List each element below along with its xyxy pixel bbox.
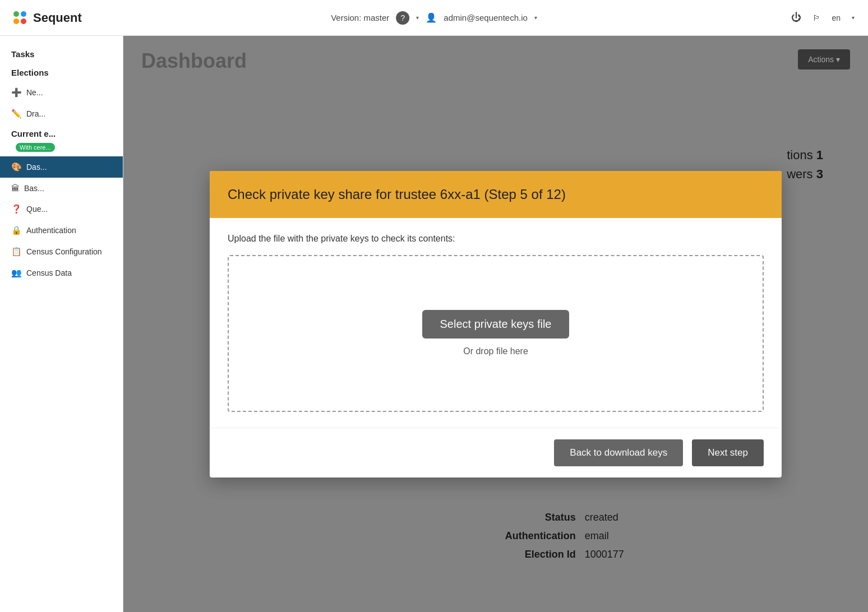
sidebar-item-drafts[interactable]: ✏️ Dra... bbox=[0, 103, 123, 124]
power-icon[interactable]: ⏻ bbox=[791, 12, 801, 24]
modal-footer: Back to download keys Next step bbox=[210, 428, 782, 477]
questions-icon: ❓ bbox=[11, 204, 22, 214]
dashboard-icon: 🎨 bbox=[11, 162, 22, 172]
lock-icon: 🔒 bbox=[11, 225, 22, 235]
census-config-icon: 📋 bbox=[11, 247, 22, 257]
select-file-button[interactable]: Select private keys file bbox=[422, 310, 570, 339]
census-data-icon: 👥 bbox=[11, 268, 22, 278]
sidebar-current-section: Current e... With cere... bbox=[0, 124, 123, 156]
modal-title: Check private key share for trustee 6xx-… bbox=[228, 187, 764, 202]
sidebar-item-census-data[interactable]: 👥 Census Data bbox=[0, 262, 123, 284]
modal-overlay: Check private key share for trustee 6xx-… bbox=[123, 36, 868, 612]
sidebar-item-questions[interactable]: ❓ Que... bbox=[0, 198, 123, 220]
sidebar-item-dashboard[interactable]: 🎨 Das... bbox=[0, 156, 123, 178]
brand-name: Sequent bbox=[33, 11, 82, 25]
drop-text: Or drop file here bbox=[463, 346, 528, 356]
user-dropdown-arrow: ▾ bbox=[534, 15, 537, 21]
upload-description: Upload the file with the private keys to… bbox=[228, 234, 764, 244]
modal: Check private key share for trustee 6xx-… bbox=[210, 171, 782, 477]
sidebar-elections-title: Elections bbox=[0, 63, 123, 82]
file-drop-zone[interactable]: Select private keys file Or drop file he… bbox=[228, 255, 764, 412]
sidebar-census-config-label: Census Configuration bbox=[26, 247, 102, 256]
flag-icon: 🏳 bbox=[812, 13, 820, 22]
user-email[interactable]: admin@sequentech.io bbox=[444, 13, 528, 22]
sidebar-item-authentication[interactable]: 🔒 Authentication bbox=[0, 220, 123, 241]
navbar: Sequent Version: master ? ▾ 👤 admin@sequ… bbox=[0, 0, 868, 36]
navbar-right: ⏻ 🏳 en ▾ bbox=[791, 12, 855, 24]
navbar-center: Version: master ? ▾ 👤 admin@sequentech.i… bbox=[331, 11, 537, 25]
help-icon[interactable]: ? bbox=[396, 11, 409, 25]
sidebar-ceremony-badge: With cere... bbox=[13, 142, 112, 152]
dot-green bbox=[13, 11, 19, 17]
sidebar-item-census-config[interactable]: 📋 Census Configuration bbox=[0, 241, 123, 262]
dot-orange bbox=[13, 18, 19, 24]
sidebar-dashboard-label: Das... bbox=[26, 163, 47, 171]
next-step-button[interactable]: Next step bbox=[692, 439, 764, 466]
dot-blue bbox=[21, 11, 26, 17]
sidebar-census-data-label: Census Data bbox=[26, 268, 72, 277]
sidebar-item-basic[interactable]: 🏛 Bas... bbox=[0, 178, 123, 198]
edit-icon: ✏️ bbox=[11, 109, 22, 119]
dot-red bbox=[21, 18, 26, 24]
lang-dropdown-arrow: ▾ bbox=[852, 15, 855, 21]
sidebar-new-label: Ne... bbox=[26, 88, 43, 97]
plus-icon: ➕ bbox=[11, 87, 22, 98]
sidebar-current-label: Current e... bbox=[11, 129, 112, 138]
basic-icon: 🏛 bbox=[11, 183, 20, 193]
user-icon: 👤 bbox=[426, 12, 437, 23]
sidebar: Tasks Elections ➕ Ne... ✏️ Dra... Curren… bbox=[0, 36, 123, 612]
version-text: Version: master bbox=[331, 13, 389, 22]
brand: Sequent bbox=[13, 11, 82, 25]
modal-body: Upload the file with the private keys to… bbox=[210, 218, 782, 428]
brand-dots bbox=[13, 11, 26, 24]
modal-header: Check private key share for trustee 6xx-… bbox=[210, 171, 782, 218]
sidebar-drafts-label: Dra... bbox=[26, 109, 45, 118]
sidebar-tasks-title: Tasks bbox=[0, 45, 123, 63]
sidebar-questions-label: Que... bbox=[26, 205, 48, 214]
lang-label[interactable]: en bbox=[832, 13, 841, 22]
ceremony-badge: With cere... bbox=[16, 143, 55, 152]
back-to-download-keys-button[interactable]: Back to download keys bbox=[554, 439, 683, 466]
help-dropdown-arrow: ▾ bbox=[416, 15, 419, 21]
sidebar-item-new[interactable]: ➕ Ne... bbox=[0, 82, 123, 103]
sidebar-basic-label: Bas... bbox=[24, 184, 44, 193]
main-content: Dashboard Actions ▾ tions 1 wers 3 Statu… bbox=[123, 36, 868, 612]
page-layout: Tasks Elections ➕ Ne... ✏️ Dra... Curren… bbox=[0, 36, 868, 612]
sidebar-auth-label: Authentication bbox=[26, 226, 76, 235]
